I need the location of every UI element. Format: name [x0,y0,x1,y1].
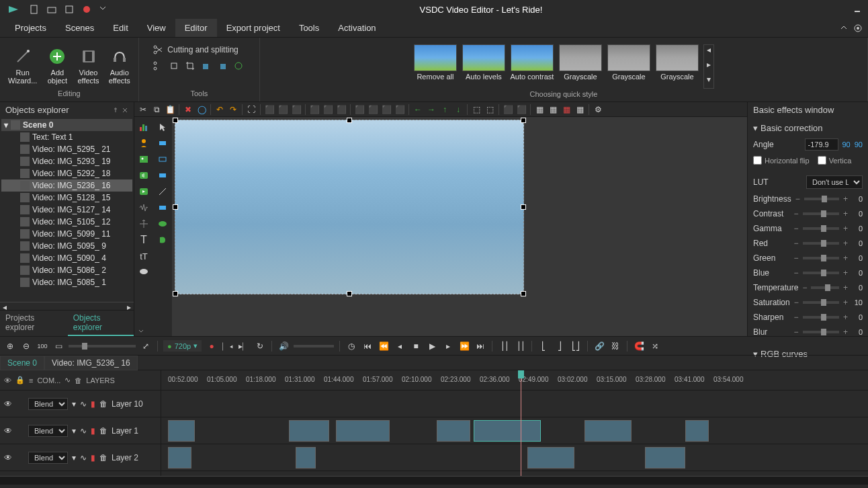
eye-icon[interactable]: 👁 [4,399,12,409]
plus-icon[interactable]: + [843,298,848,307]
plus-icon[interactable]: + [843,239,848,248]
track-layer2[interactable] [161,444,868,471]
angle-input[interactable] [805,138,838,151]
next-marker-icon[interactable]: ▸⎸ [238,340,250,352]
chevron-down-icon[interactable]: ▾ [72,426,76,436]
grid3-icon[interactable]: ▦ [560,104,572,116]
slider-sharpen[interactable] [803,316,839,319]
slider-contrast[interactable] [803,212,839,215]
clip[interactable] [336,420,390,442]
tl-tab-video[interactable]: Video: IMG_5236_ 16 [44,356,138,370]
menu-activation[interactable]: Activation [329,19,385,37]
style-thumb-2[interactable]: Auto contrast [510,44,554,85]
wave-icon[interactable]: ∿ [80,426,87,436]
marker-out-icon[interactable]: ⎦ [554,340,566,352]
rotate-right-icon[interactable] [217,60,229,73]
tree-item[interactable]: Video: IMG_5105_ 12 [1,216,132,228]
timeline-h-scrollbar[interactable] [0,476,868,484]
clip[interactable] [584,420,632,442]
layer-row[interactable]: 👁Blend▾∿▮🗑Layer 10 [0,391,161,417]
image-tool-icon[interactable] [136,152,152,167]
move-left-icon[interactable]: ← [412,104,424,116]
chevron-down-icon[interactable]: ▾ [72,399,76,409]
copy-icon[interactable]: ⧉ [150,104,163,116]
tree-item[interactable]: Video: IMG_5095_ 9 [1,240,132,252]
tree-item[interactable]: Video: IMG_5292_ 18 [1,167,132,179]
tree-item[interactable]: Video: IMG_5236_ 16 [1,179,132,192]
timeline-ruler[interactable]: 00:52.00001:05.00001:18.00001:31.00001:4… [161,370,868,391]
chart-tool-icon[interactable] [136,120,152,134]
zoom-fit-icon[interactable]: ▭ [52,340,64,352]
clip[interactable] [296,447,316,469]
align-bottom-icon[interactable]: ⬛ [335,104,347,116]
unlink-icon[interactable]: ⛓ [609,340,621,352]
loop-icon[interactable]: ↻ [254,340,266,352]
new-file-icon[interactable] [30,5,39,14]
tl-tab-scene[interactable]: Scene 0 [0,356,44,370]
eye-header-icon[interactable]: 👁 [4,376,11,384]
eye-icon[interactable]: 👁 [4,426,12,436]
timeline-right[interactable]: 00:52.00001:05.00001:18.00001:31.00001:4… [161,370,868,476]
clip[interactable] [437,420,470,442]
menu-projects[interactable]: Projects [5,19,56,37]
plus-icon[interactable]: + [843,209,848,218]
chevron-down-icon[interactable]: ▾ [72,453,76,462]
menu-export[interactable]: Export project [217,19,290,37]
align-top-icon[interactable]: ⬛ [308,104,320,116]
rotate-neg90-icon[interactable]: 90 [855,140,863,149]
video-tool-icon[interactable] [136,184,152,199]
plus-icon[interactable]: + [843,253,848,263]
resolution-badge[interactable]: ●720p▾ [163,340,202,352]
wave-icon[interactable]: ∿ [80,453,87,462]
style-thumb-5[interactable]: Grayscale [655,44,699,85]
plus-icon[interactable]: + [843,224,848,233]
track-layer10[interactable] [161,391,868,417]
open-file-icon[interactable] [47,5,56,14]
minus-icon[interactable]: − [793,253,798,263]
snap-icon[interactable]: ⤮ [649,340,661,352]
slider-gamma[interactable] [803,227,839,230]
menu-tools[interactable]: Tools [290,19,329,37]
zoom-100-icon[interactable]: 100 [36,340,48,352]
blend-select[interactable]: Blend [28,398,68,410]
lut-select[interactable]: Don't use LUT [806,175,863,189]
distribute-h-icon[interactable]: ⬛ [353,104,365,116]
pin-icon[interactable] [112,107,119,114]
undo-icon[interactable]: ↶ [214,104,226,116]
minus-icon[interactable]: − [793,327,798,337]
scroll-left-icon[interactable]: ◂ [0,302,9,310]
tab-objects-explorer[interactable]: Objects explorer [68,311,134,336]
marker-in-icon[interactable]: ⎣ [537,340,550,352]
plus-icon[interactable]: + [843,283,848,292]
group-icon[interactable]: ⬚ [470,104,482,116]
snap-tool-icon[interactable] [169,60,181,73]
align-left-icon[interactable]: ⬛ [263,104,275,116]
goto-start-icon[interactable]: ⏮ [361,340,374,352]
slider-blur[interactable] [803,331,839,333]
del-header-icon[interactable]: 🗑 [75,376,82,384]
audio-effects-button[interactable]: Audio effects [106,44,133,86]
track-layer1[interactable] [161,417,868,444]
minus-icon[interactable]: − [795,194,800,204]
preview-canvas[interactable] [172,117,747,336]
slider-saturation[interactable] [803,301,839,304]
style-thumb-3[interactable]: Grayscale [558,44,603,85]
tree-item[interactable]: Video: IMG_5090_ 4 [1,252,132,264]
pointer-tool-icon[interactable] [155,120,171,134]
align-right-icon[interactable]: ⬛ [290,104,302,116]
blend-select[interactable]: Blend [28,452,68,464]
align-center-h-icon[interactable]: ⬛ [277,104,289,116]
slider-red[interactable] [803,242,839,245]
horizontal-flip-checkbox[interactable]: Horizontal flip [753,156,810,165]
rect3-tool-icon[interactable] [155,200,171,215]
clock-icon[interactable]: ◷ [345,340,357,352]
clip[interactable] [168,420,195,442]
tree-item[interactable]: Video: IMG_5295_ 21 [1,143,132,155]
fast-forward-icon[interactable]: ⏩ [458,340,470,352]
cut-icon[interactable]: ✂ [137,104,149,116]
cutting-splitting-button[interactable]: Cutting and splitting [153,44,238,55]
eye-icon[interactable]: 👁 [4,453,12,462]
clip-selected[interactable] [474,420,541,442]
grid-icon[interactable]: ▦ [533,104,546,116]
del-icon[interactable]: 🗑 [99,453,107,462]
